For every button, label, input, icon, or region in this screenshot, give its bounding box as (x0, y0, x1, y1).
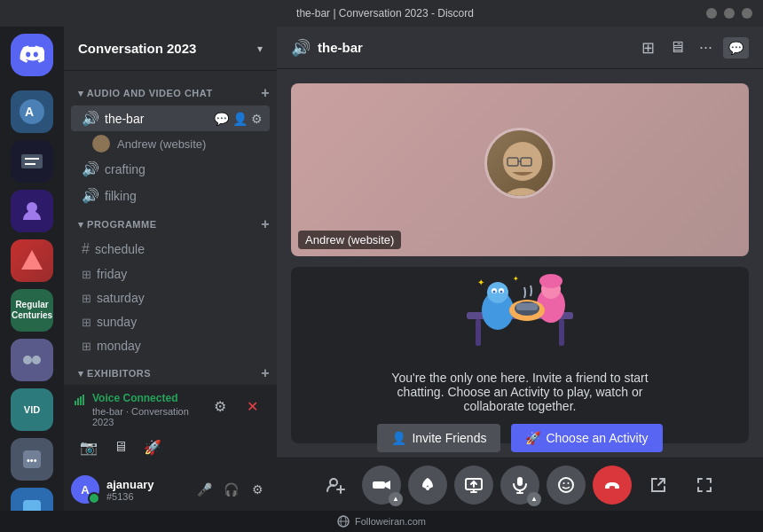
svg-rect-37 (516, 303, 538, 310)
channel-list: ▾ AUDIO AND VIDEO CHAT + 🔊 the-bar 💬 👤 ⚙… (64, 71, 277, 385)
screen-icon[interactable]: 🖥 (665, 35, 688, 60)
main-channel-title: the-bar (318, 40, 631, 55)
svg-text:✦: ✦ (513, 275, 519, 283)
channel-name-monday: monday (97, 339, 263, 353)
titlebar: the-bar | Conversation 2023 - Discord − … (0, 0, 763, 27)
server-icon-1[interactable]: A (11, 90, 53, 133)
server-icon-blue[interactable] (11, 488, 53, 511)
add-participant-button[interactable] (316, 466, 355, 505)
user-avatar: A (71, 475, 99, 504)
svg-rect-2 (21, 154, 43, 168)
channel-header[interactable]: Conversation 2023 ▾ (64, 27, 277, 71)
section-header-exhibitors[interactable]: ▾ EXHIBITORS + (64, 358, 277, 385)
server-icon-4[interactable] (11, 239, 53, 282)
end-call-button[interactable] (593, 466, 632, 505)
section-label-audio-video: ▾ AUDIO AND VIDEO CHAT (78, 88, 213, 99)
settings-icon[interactable]: ⚙ (251, 112, 263, 126)
activity-tile: ✦ ✦ (291, 267, 749, 443)
chevron-down-icon: ▾ (257, 43, 263, 55)
channel-sub-user-andrew[interactable]: Andrew (website) (64, 132, 277, 155)
text-icon-sunday: ⊞ (82, 316, 91, 329)
voice-icon-crafting: 🔊 (82, 160, 99, 177)
channel-item-sunday[interactable]: ⊞ sunday (71, 310, 270, 333)
invite-icon[interactable]: 👤 (232, 112, 248, 126)
add-exhibitors-icon[interactable]: + (261, 365, 270, 381)
svg-point-29 (500, 290, 503, 293)
server-icon-3[interactable] (11, 190, 53, 232)
server-icon-6[interactable] (11, 339, 53, 381)
channel-item-filking[interactable]: 🔊 filking (71, 183, 270, 208)
voice-icon: 🔊 (82, 110, 99, 127)
camera-chevron[interactable]: ▲ (389, 492, 403, 506)
grid-icon[interactable]: ⊞ (638, 35, 658, 61)
add-programme-icon[interactable]: + (261, 216, 270, 232)
channel-item-schedule[interactable]: # schedule (71, 237, 270, 262)
svg-point-50 (563, 482, 565, 484)
svg-text:✦: ✦ (477, 278, 484, 287)
mic-chevron[interactable]: ▲ (527, 492, 541, 506)
minimize-button[interactable]: − (706, 8, 717, 19)
server-icon-7[interactable]: VID (11, 388, 53, 431)
main-header: 🔊 the-bar ⊞ 🖥 ··· 💬 (277, 27, 763, 69)
channel-item-saturday[interactable]: ⊞ saturday (71, 286, 270, 309)
text-icon-friday: ⊞ (82, 268, 91, 281)
discord-home-icon[interactable] (11, 34, 53, 76)
camera-ctrl-btn[interactable]: 📷 (75, 433, 103, 461)
bottom-bar: ▲ (277, 458, 763, 511)
voice-disconnect-btn[interactable]: ✕ (238, 392, 266, 420)
watermark-text: Followeiran.com (355, 516, 426, 527)
channel-item-the-bar[interactable]: 🔊 the-bar 💬 👤 ⚙ (71, 106, 270, 131)
channel-sidebar: Conversation 2023 ▾ ▾ AUDIO AND VIDEO CH… (64, 27, 277, 511)
popout-button[interactable] (639, 466, 678, 505)
main-content: 🔊 the-bar ⊞ 🖥 ··· 💬 (277, 27, 763, 511)
share-screen-button[interactable] (454, 466, 493, 505)
rocket-icon: 🚀 (525, 431, 540, 445)
boost-button[interactable] (408, 466, 447, 505)
svg-line-52 (658, 479, 665, 485)
add-channel-icon[interactable]: + (261, 85, 270, 101)
person-icon: 👤 (391, 431, 406, 445)
svg-rect-22 (476, 319, 481, 346)
section-label-programme: ▾ PROGRAMME (78, 219, 157, 231)
channel-item-friday[interactable]: ⊞ friday (71, 262, 270, 286)
choose-activity-button[interactable]: 🚀 Choose an Activity (511, 424, 662, 452)
user-settings-btn[interactable]: ⚙ (245, 477, 270, 502)
channel-name-friday: friday (97, 267, 263, 281)
user-bar: A ajanuary #5136 🎤 🎧 ⚙ (64, 468, 277, 511)
svg-point-17 (496, 188, 549, 197)
mute-btn[interactable]: 🎤 (192, 477, 216, 502)
more-icon[interactable]: ··· (696, 35, 716, 60)
svg-point-51 (568, 482, 570, 484)
titlebar-controls: − □ × (706, 8, 752, 19)
section-label-exhibitors: ▾ EXHIBITORS (78, 368, 151, 379)
hash-icon: # (82, 241, 90, 257)
svg-rect-15 (83, 395, 84, 405)
svg-rect-14 (80, 396, 82, 405)
user-info: ajanuary #5136 (106, 478, 185, 502)
server-icon-5[interactable]: RegularCenturies (11, 289, 53, 332)
section-header-programme[interactable]: ▾ PROGRAMME + (64, 209, 277, 236)
invite-friends-button[interactable]: 👤 Invite Friends (377, 424, 500, 452)
channel-name-the-bar: the-bar (105, 112, 208, 126)
close-button[interactable]: × (742, 8, 752, 19)
channel-actions-the-bar: 💬 👤 ⚙ (214, 112, 263, 126)
channel-item-monday[interactable]: ⊞ monday (71, 334, 270, 357)
camera-button-group: ▲ (362, 466, 401, 505)
fullscreen-button[interactable] (685, 466, 724, 505)
maximize-button[interactable]: □ (724, 8, 735, 19)
app-body: A RegularCenturies VID (0, 27, 763, 511)
svg-marker-6 (21, 250, 43, 270)
channel-item-crafting[interactable]: 🔊 crafting (71, 156, 270, 182)
chat-icon[interactable]: 💬 (214, 112, 229, 126)
voice-settings-btn[interactable]: ⚙ (206, 392, 234, 420)
activity-ctrl-btn[interactable]: 🚀 (138, 433, 167, 461)
emoji-button[interactable] (547, 466, 586, 505)
section-header-audio-video[interactable]: ▾ AUDIO AND VIDEO CHAT + (64, 78, 277, 105)
chat-icon[interactable]: 💬 (723, 37, 749, 59)
screenshare-ctrl-btn[interactable]: 🖥 (106, 433, 135, 461)
server-icon-2[interactable] (11, 140, 53, 183)
titlebar-title: the-bar | Conversation 2023 - Discord (64, 7, 706, 20)
svg-rect-13 (77, 398, 79, 405)
deafen-btn[interactable]: 🎧 (218, 477, 243, 502)
server-icon-8[interactable]: ••• (11, 438, 53, 481)
